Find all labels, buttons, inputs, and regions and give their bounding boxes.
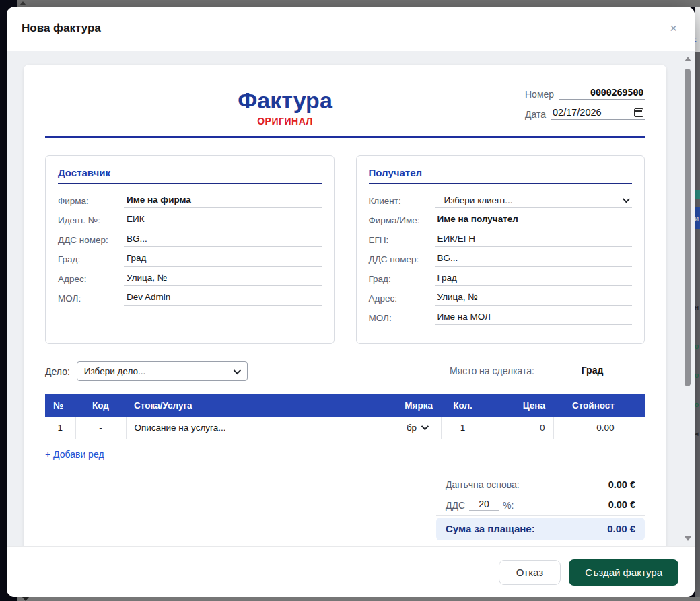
item-row: 1 - Описание на услуга... бр 1 0 0.00: [45, 417, 645, 439]
number-label: Номер: [525, 89, 554, 100]
supplier-vat-input[interactable]: BG...: [124, 232, 322, 247]
supplier-mol-input[interactable]: Dev Admin: [124, 291, 322, 306]
header-divider: [45, 136, 645, 138]
scroll-up-icon[interactable]: [685, 57, 691, 61]
page-bottom-scrollbar[interactable]: [17, 597, 700, 601]
recipient-mol-input[interactable]: Име на МОЛ: [435, 310, 633, 325]
close-icon[interactable]: ×: [670, 20, 677, 36]
date-input[interactable]: 02/17/2026: [551, 106, 645, 120]
background-fragment: :: [695, 35, 700, 43]
modal-title: Нова фактура: [22, 22, 101, 35]
background-icon-fragment: [695, 190, 700, 199]
vat-rate-input[interactable]: 20: [469, 499, 499, 511]
col-price: Цена: [485, 394, 553, 417]
col-qty: Кол.: [441, 394, 485, 417]
scroll-down-icon[interactable]: [685, 536, 691, 541]
modal-body: Фактура ОРИГИНАЛ Номер 0000269500 Дата 0…: [7, 51, 695, 546]
chevron-down-icon: [623, 195, 630, 203]
recipient-panel: Получател Клиент: Избери клиент... Фирма…: [356, 155, 645, 344]
recipient-city-input[interactable]: Град: [435, 271, 633, 286]
item-unit-select[interactable]: бр: [394, 417, 441, 439]
background-green-fragment: о: [695, 342, 700, 350]
client-label: Клиент:: [369, 196, 435, 208]
number-input[interactable]: 0000269500: [559, 86, 645, 100]
item-description-input[interactable]: Описание на услуга...: [126, 417, 394, 439]
modal-scrollbar[interactable]: [683, 51, 693, 546]
item-code[interactable]: -: [75, 417, 126, 439]
supplier-company-input[interactable]: Име на фирма: [124, 193, 322, 208]
modal-header: Нова фактура ×: [7, 7, 695, 50]
totals-block: Данъчна основа: 0.00 € ДДС 20 %: 0.00 € …: [436, 475, 645, 540]
recipient-city-label: Град:: [369, 274, 435, 286]
supplier-address-label: Адрес:: [58, 274, 124, 286]
scroll-down-icon[interactable]: [22, 597, 29, 601]
recipient-vat-label: ДДС номер:: [369, 254, 435, 267]
item-number: 1: [45, 417, 75, 439]
recipient-company-input[interactable]: Име на получател: [435, 213, 633, 227]
supplier-address-input[interactable]: Улица, №: [124, 271, 322, 286]
items-header-row: № Код Стока/Услуга Мярка Кол. Цена Стойн…: [45, 394, 645, 417]
recipient-address-label: Адрес:: [369, 293, 435, 306]
vat-row: ДДС 20 %: 0.00 €: [436, 495, 645, 516]
background-selected-row-fragment: и: [695, 207, 700, 229]
recipient-heading: Получател: [369, 167, 633, 184]
background-green-fragment: о: [695, 371, 700, 379]
invoice-subtitle: ОРИГИНАЛ: [45, 116, 525, 127]
scrollbar-thumb[interactable]: [685, 69, 691, 386]
tax-base-label: Данъчна основа:: [446, 479, 520, 490]
supplier-ident-label: Идент. №:: [58, 215, 124, 227]
background-arrow-fragment: ◂: [695, 429, 700, 437]
col-number: №: [45, 394, 75, 417]
new-invoice-modal: Нова фактура × Фактура ОРИГИНАЛ Номер 00…: [7, 7, 695, 597]
supplier-vat-label: ДДС номер:: [58, 235, 124, 247]
supplier-mol-label: МОЛ:: [58, 293, 124, 306]
background-text-fragment: н: [695, 303, 700, 311]
recipient-vat-input[interactable]: BG...: [435, 252, 633, 267]
recipient-mol-label: МОЛ:: [369, 313, 435, 325]
scroll-up-icon[interactable]: [20, 1, 26, 5]
items-table: № Код Стока/Услуга Мярка Кол. Цена Стойн…: [45, 394, 645, 439]
invoice-title-block: Фактура ОРИГИНАЛ: [45, 83, 525, 127]
place-label: Място на сделката:: [450, 365, 534, 378]
vat-suffix-label: %:: [503, 500, 514, 511]
modal-footer: Отказ Създай фактура: [7, 546, 695, 597]
supplier-panel: Доставчик Фирма:Име на фирма Идент. №:ЕИ…: [45, 155, 335, 344]
supplier-company-label: Фирма:: [58, 196, 124, 208]
client-select[interactable]: Избери клиент...: [435, 193, 633, 208]
case-label: Дело:: [45, 366, 70, 377]
chevron-down-icon: [234, 366, 241, 374]
item-actions-cell: [623, 417, 645, 439]
item-total: 0.00: [553, 417, 623, 439]
vat-value: 0.00 €: [608, 499, 635, 510]
background-page-sliver: : и н о о о ◂: [695, 7, 700, 597]
background-green-fragment: о: [695, 400, 700, 409]
recipient-egn-label: ЕГН:: [369, 235, 435, 247]
invoice-paper: Фактура ОРИГИНАЛ Номер 0000269500 Дата 0…: [24, 65, 666, 546]
col-code: Код: [75, 394, 126, 417]
cancel-button[interactable]: Отказ: [499, 560, 561, 585]
grand-total-value: 0.00 €: [607, 523, 635, 534]
case-select[interactable]: Избери дело...: [77, 361, 248, 381]
recipient-address-input[interactable]: Улица, №: [435, 291, 633, 306]
chevron-down-icon: [421, 423, 429, 430]
recipient-egn-input[interactable]: ЕИК/ЕГН: [435, 232, 633, 247]
place-input[interactable]: Град: [540, 365, 645, 378]
tax-base-row: Данъчна основа: 0.00 €: [436, 475, 645, 495]
supplier-ident-input[interactable]: ЕИК: [124, 213, 322, 227]
supplier-city-label: Град:: [58, 254, 124, 267]
create-invoice-button[interactable]: Създай фактура: [569, 559, 678, 586]
item-price-input[interactable]: 0: [485, 417, 553, 439]
recipient-company-label: Фирма/Име:: [369, 215, 435, 227]
col-total: Стойност: [553, 394, 623, 417]
date-label: Дата: [525, 109, 546, 120]
add-row-link[interactable]: + Добави ред: [45, 449, 104, 460]
grand-total-row: Сума за плащане: 0.00 €: [436, 518, 645, 540]
grand-total-label: Сума за плащане:: [446, 523, 535, 534]
calendar-icon[interactable]: [634, 108, 643, 117]
supplier-city-input[interactable]: Град: [124, 252, 322, 267]
col-description: Стока/Услуга: [126, 394, 394, 417]
col-actions: [623, 394, 645, 417]
page-top-scrollbar[interactable]: [17, 0, 700, 7]
vat-prefix-label: ДДС: [446, 500, 465, 511]
item-qty-input[interactable]: 1: [441, 417, 485, 439]
